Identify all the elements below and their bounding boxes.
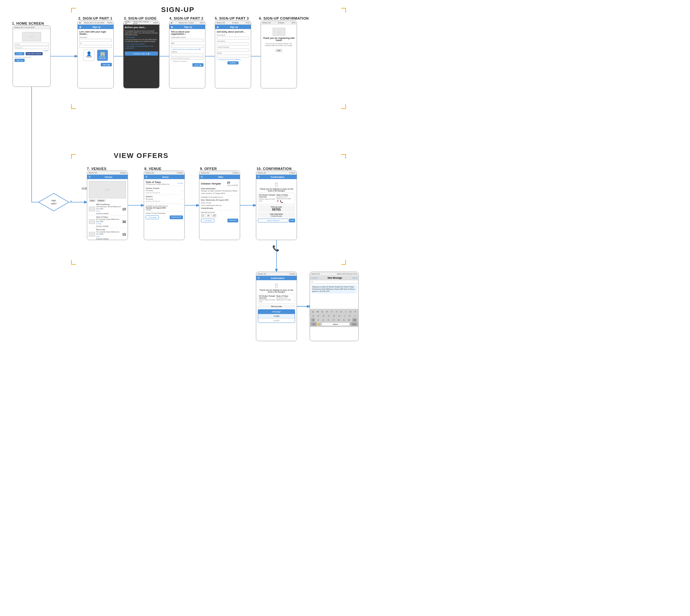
venues-filter-button[interactable]: Filter <box>89 199 96 202</box>
key-u[interactable]: U <box>339 310 343 314</box>
key-shift[interactable]: ⬆ <box>311 318 315 322</box>
key-v[interactable]: V <box>332 318 336 322</box>
key-return[interactable]: return <box>350 322 358 326</box>
confirmation-nav: ☰ Confirmation <box>256 175 297 179</box>
signup2-abn-input[interactable] <box>171 45 203 48</box>
signup2-address-input[interactable] <box>171 53 203 56</box>
key-123[interactable]: 123 <box>310 322 317 326</box>
signup3-submit-button[interactable]: SUBMIT <box>228 61 239 64</box>
confirmation-menu-icon[interactable]: ☰ <box>258 176 260 178</box>
nonprofit-option[interactable]: 🏢 Non-profit Organisation <box>97 50 108 61</box>
offer-reserve-button[interactable]: Reserve <box>228 219 238 222</box>
login-button[interactable]: LOGIN <box>15 52 24 55</box>
venue3-qty-label: Quantity Available <box>96 238 122 240</box>
signup3-firstname-input[interactable] <box>217 37 249 40</box>
offer2-row[interactable]: Katedon 50 serves used by 26 Aug 15 › <box>146 195 183 203</box>
contact-restaurant-button[interactable]: contact restaurant <box>258 219 288 222</box>
offer-qty-plus[interactable]: + <box>212 214 216 217</box>
offer1-row[interactable]: Chicken Teriyaki 20 serves used by 26 Au… <box>146 187 183 195</box>
venue-list-item[interactable]: ABC FoodGroup 123 Swanston Street Melbou… <box>89 203 126 216</box>
sms-title: New Message <box>328 277 342 279</box>
key-n[interactable]: N <box>342 318 346 322</box>
signup2-frame: ◀Telstra 3G 1:17pm91% ◀ Sign up Tell us … <box>169 21 206 88</box>
key-backspace[interactable]: ⌫ <box>352 318 357 322</box>
sms-to-label: To: <box>311 281 314 283</box>
key-e[interactable]: E <box>320 310 324 314</box>
key-y[interactable]: Y <box>335 310 338 314</box>
key-f[interactable]: F <box>327 314 331 318</box>
key-s[interactable]: S <box>317 314 320 318</box>
key-h[interactable]: H <box>338 314 341 318</box>
share-message-button[interactable]: message <box>258 310 295 314</box>
key-b[interactable]: B <box>337 318 341 322</box>
sms-cancel-button[interactable]: Cancel <box>311 277 318 279</box>
signup2-orgname-input[interactable] <box>171 39 203 42</box>
guide-continue-button[interactable]: Continue sign-up ▶ <box>125 51 158 56</box>
offer-serves-label: serves available <box>227 184 238 186</box>
venue-reserve-all-button[interactable]: Reserve All <box>170 216 183 219</box>
sms-to-input[interactable] <box>314 281 357 283</box>
password-field[interactable]: Password <box>15 46 49 49</box>
signup3-contact-input[interactable] <box>217 49 249 51</box>
key-r[interactable]: R <box>325 310 329 314</box>
forgot-link[interactable]: Forgot? <box>15 50 49 51</box>
venues-menu-icon[interactable]: ☰ <box>88 176 91 178</box>
signup2-next-button[interactable]: NEXT ▶ <box>192 63 203 67</box>
key-w[interactable]: W <box>316 310 319 314</box>
phone-icon[interactable]: 📞 <box>280 200 283 203</box>
fb-login-button[interactable]: Login with Facebook <box>26 52 43 55</box>
home-signup-button[interactable]: Sign up <box>15 59 25 62</box>
venues-nearby-button[interactable]: Nearby <box>97 199 106 202</box>
key-o[interactable]: O <box>349 310 352 314</box>
share-email-button[interactable]: e-mail <box>258 314 295 318</box>
conf-bottom-menu-icon[interactable]: ☰ <box>258 277 260 280</box>
signup2-orgname-label: Organisation Name <box>171 36 203 38</box>
venue-list-item[interactable]: Pho in City 41 Lonsdale Street Melbourne… <box>89 228 126 240</box>
offer-statusbar: Telstra 3G1:54pm <box>199 171 240 175</box>
venue-menu-icon[interactable]: ☰ <box>145 176 148 178</box>
key-k[interactable]: K <box>348 314 352 318</box>
email-field[interactable]: Email <box>15 43 49 45</box>
venue3-address: 41 Lonsdale Street Melbourne VIC 3000 <box>96 231 122 235</box>
signup2-address-label: Address <box>171 51 203 53</box>
signup1-next-button[interactable]: NEXT ▶ <box>101 63 112 66</box>
share-button[interactable]: share <box>289 219 295 222</box>
key-x[interactable]: X <box>322 318 325 322</box>
key-l[interactable]: L <box>353 314 357 318</box>
signup2-noabn-check[interactable]: ☐ Check here if you do not have your ABN <box>171 48 203 50</box>
venue-back-button[interactable]: < Go back <box>146 216 159 219</box>
offer-menu-icon[interactable]: ☰ <box>201 176 203 178</box>
offer-qty-minus[interactable]: - <box>201 214 204 217</box>
sms-send-button[interactable]: Send <box>352 277 357 279</box>
key-emoji[interactable]: 😊 <box>317 322 321 326</box>
signup3-lastname-input[interactable] <box>217 43 249 45</box>
sms-header-bar: Cancel New Message Send <box>310 276 358 280</box>
key-a[interactable]: A <box>311 314 315 318</box>
key-z[interactable]: Z <box>316 318 320 322</box>
offer-back-button[interactable]: < Go back <box>201 219 214 222</box>
signupconf-ok-button[interactable]: OK <box>276 49 282 52</box>
venue-list-item[interactable]: Taste of Tokyo 55 Lonsdale Street Melbou… <box>89 216 126 228</box>
map-icon[interactable]: 📍 <box>276 200 279 203</box>
signup1-username-input[interactable] <box>79 39 112 42</box>
key-d[interactable]: D <box>322 314 325 318</box>
signup3-mobile-input[interactable] <box>217 54 249 58</box>
signupconf-logo: logo <box>273 28 285 36</box>
signup2-suburb-input[interactable]: Suburb STATE Postcode <box>171 57 203 60</box>
key-j[interactable]: J <box>343 314 347 318</box>
share-cancel-button[interactable]: cancel <box>258 318 295 323</box>
key-c[interactable]: C <box>327 318 330 322</box>
sms-to-field-row: To: <box>310 280 358 284</box>
key-g[interactable]: G <box>332 314 336 318</box>
confirmation-label: 10. CONFIRMATION <box>257 167 292 171</box>
key-i[interactable]: I <box>344 310 348 314</box>
key-m[interactable]: M <box>347 318 351 322</box>
key-t[interactable]: T <box>330 310 333 314</box>
signup3-terms-check[interactable]: ☐ I accept the Terms & Conditions <box>217 59 249 60</box>
key-p[interactable]: P <box>353 310 357 314</box>
individual-option[interactable]: 👤 Individual <box>83 50 94 61</box>
signup1-pw-input[interactable] <box>79 45 112 48</box>
signup2-content: Tell us about your organisation... Organ… <box>169 29 205 88</box>
key-q[interactable]: Q <box>311 310 315 314</box>
key-space[interactable]: space <box>321 322 350 326</box>
